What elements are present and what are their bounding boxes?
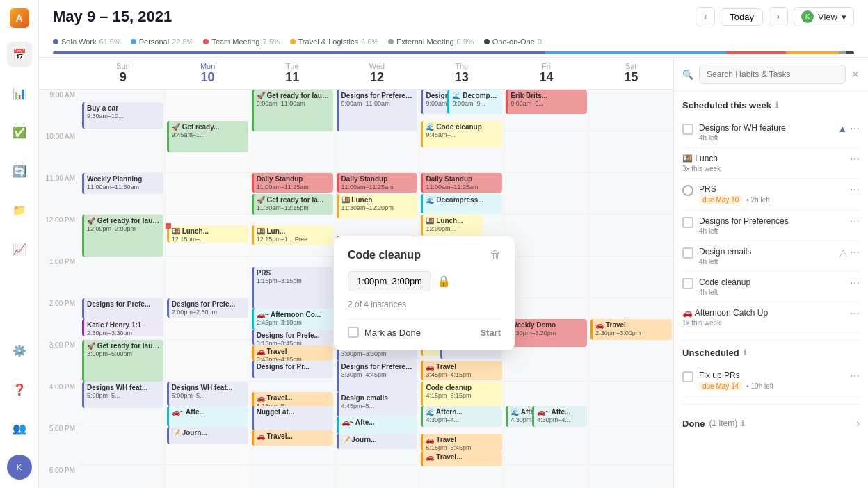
done-info-icon[interactable]: ℹ [741,419,744,428]
event-journal-wed[interactable]: 📝 Journ... [337,434,418,449]
search-clear-icon[interactable]: ✕ [851,69,860,80]
task-checkbox-prs[interactable] [682,185,693,196]
event-designs-pref-tue2[interactable]: Designs for Prefe... 3:15pm–3:45pm [252,330,333,345]
event-get-ready-launch-sun2[interactable]: 🚀 Get ready for launch 3:00pm–5:00pm [82,340,163,382]
event-decompress-thu2[interactable]: 🌊 Decompress... [421,194,502,213]
sidebar-item-users[interactable]: 👥 [7,416,32,441]
more-options-icon[interactable]: ⋯ [850,277,860,288]
unscheduled-info-icon[interactable]: ℹ [744,348,746,357]
sidebar-item-calendar[interactable]: 📅 [7,42,32,67]
event-travel-thu[interactable]: 🚗 Travel 3:45pm–4:15pm [421,361,502,380]
event-afte-fri[interactable]: 🚗~ Afte... 4:30pm–4... [532,406,587,427]
event-decompress-wed[interactable]: 🌊 Decompress... [337,319,418,339]
more-options-icon[interactable]: ⋯ [850,154,860,165]
event-code-cleanup-4pm-thu[interactable]: Code cleanup 4:15pm–5:15pm [421,382,502,406]
more-options-icon[interactable]: ⋯ [850,216,860,227]
sidebar-item-folder[interactable]: 📁 [7,197,32,222]
day-col-thu[interactable]: Design e... 9:00am–9... 🌊 Code cleanup 9… [419,90,504,488]
event-lunch-wed[interactable]: 🍱 Lunch 11:30am–12:20pm [337,194,418,218]
sidebar-item-sync[interactable]: 🔄 [7,158,32,184]
event-afte-wed[interactable]: 🚗~ Afte... [337,416,418,434]
task-checkbox-design-emails[interactable] [682,247,693,259]
task-checkbox-code-cleanup[interactable] [682,278,693,289]
task-checkbox-designs-wh[interactable] [682,124,693,135]
event-get-ready-tue2[interactable]: 🚀 Get ready for la... 11:30am–12:15pm [252,194,333,215]
sidebar-item-settings[interactable]: ⚙️ [7,338,32,363]
event-lunch-mon[interactable]: 🍱 Lunch... 12:15pm–... [167,225,248,243]
event-share-wed[interactable]: 🔗 Share 3:00pm–3:30pm [337,340,418,361]
event-nugget-tue[interactable]: Nugget at... [252,406,333,430]
event-buy-a-car[interactable]: Buy a car 9:30am–10... [82,102,163,129]
event-daily-standup-thu[interactable]: Daily Standup 11:00am–11:25am [421,173,502,193]
next-week-button[interactable]: › [769,7,788,26]
search-input[interactable] [699,65,846,84]
event-travel-sat[interactable]: 🚗 Travel 2:30pm–3:00pm [590,319,672,340]
more-options-icon[interactable]: ⋯ [850,247,860,258]
legend-team-meeting: Team Meeting 7.5% [203,38,280,46]
today-button[interactable]: Today [721,8,763,26]
event-design-emails-wed[interactable]: Design emails 4:45pm–5... [337,392,418,416]
event-lunch-thu[interactable]: 🍱 Lunch... 12:00pm... [421,215,483,236]
sidebar-item-help[interactable]: ❓ [7,377,32,402]
event-afternoon-catch-tue[interactable]: 🚗~ Afternoon Co... 2:45pm–3:10pm [252,309,333,330]
event-get-ready-launch-sun[interactable]: 🚀 Get ready for launch 12:00pm–2:00pm [82,215,163,257]
event-designs-wh-sun[interactable]: Designs WH feat... 5:00pm–5... [82,382,163,408]
event-code-cleanup-thu[interactable]: 🌊 Code cleanup 9:45am–... [421,121,502,147]
event-hold-wed[interactable]: hold 1:30pm–2:00pm [337,277,418,298]
event-designs-pref-sun[interactable]: Designs for Prefe... [82,298,163,319]
event-katie-henry[interactable]: Katie / Henry 1:1 2:30pm–3:30pm [82,319,163,336]
event-after-mon[interactable]: 🚗~ Afte... [167,406,248,427]
event-erik-brits-fri[interactable]: Erik Brits... 9:00am–9... [506,90,587,114]
task-name-code-cleanup: Code cleanup [699,277,844,287]
day-col-mon[interactable]: 🚀 Get ready... 9:45am–1... 🍱 Lunch... 12… [166,90,250,488]
event-travel-tue3[interactable]: 🚗 Travel... [252,430,333,446]
event-designs-wh-mon[interactable]: Designs WH feat... 5:00pm–5... [167,382,248,406]
legend-label: Solo Work [61,38,97,46]
more-options-icon[interactable]: ⋯ [850,184,860,195]
more-options-icon[interactable]: ⋯ [850,371,860,382]
event-designs-pref-mon[interactable]: Designs for Prefe... 2:00pm–2:30pm [167,298,248,318]
sidebar-item-avatar[interactable]: K [7,455,32,480]
right-panel: 🔍 ✕ Scheduled this week ℹ Designs for WH… [673,58,868,488]
event-prs-tue[interactable]: PRS 1:15pm–3:15pm [252,267,333,309]
event-weekly-planning[interactable]: Weekly Planning 11:00am–11:50am [82,173,163,194]
legend-label: Team Meeting [211,38,259,46]
view-button[interactable]: K View ▾ [794,7,854,26]
event-travel-thu-last[interactable]: 🚗 Travel... [421,451,502,466]
event-travel-5pm-thu[interactable]: 🚗 Travel 5:15pm–5:45pm [421,434,502,451]
task-checkbox-designs-pref[interactable] [682,217,693,228]
event-design-e-3pm-thu[interactable]: Design e... [440,340,502,359]
event-designs-pref-wed[interactable]: Designs for Preferences 9:00am–11:00am [337,90,418,131]
event-designs-pref-tue3[interactable]: Designs for Pr... [252,361,333,378]
event-get-ready-mon[interactable]: 🚀 Get ready... 9:45am–1... [167,121,248,152]
more-options-icon[interactable]: ⋯ [850,308,860,319]
prev-week-button[interactable]: ‹ [696,7,715,26]
legend-percent: 61.5% [99,38,121,46]
task-checkbox-fix-prs[interactable] [682,371,693,382]
event-weekly-demo-fri[interactable]: Weekly Demo 2:30pm–3:20pm [506,319,587,347]
sidebar-item-analytics[interactable]: 📊 [7,81,32,106]
day-col-wed[interactable]: Designs for Preferences 9:00am–11:00am D… [335,90,420,488]
event-decompress-thu[interactable]: 🌊 Decompress 9:00am–9... [447,90,502,114]
more-options-icon[interactable]: ⋯ [850,123,860,134]
event-josh-davies-wed[interactable]: Josh Davies and K... 2:00pm–2:30pm [337,298,418,319]
event-get-ready-tue[interactable]: 🚀 Get ready for launch 9:00am–11:00am [252,90,333,131]
scheduled-info-icon[interactable]: ℹ [775,101,778,110]
sidebar-item-tasks[interactable]: ✅ [7,120,32,145]
day-col-fri[interactable]: Erik Brits... 9:00am–9... Weekly Demo 2:… [504,90,589,488]
legend-bar-total [53,51,854,54]
event-travel-tue[interactable]: 🚗 Travel 3:45pm–4:15pm [252,345,333,361]
event-designs-pref-wed2[interactable]: Designs for Preferences 3:30pm–4:45pm [337,361,418,392]
event-daily-standup-wed[interactable]: Daily Standup 11:00am–11:25am [337,173,418,193]
event-daily-weekly-wed[interactable]: Daily/Weekly Sum 12:30pm–1:30pm [337,236,418,257]
event-aftern-thu[interactable]: 🌊 Aftern... 4:30pm–4... [421,406,502,427]
event-code-cleanup-1pm-thu[interactable]: Code cleanup... 1:00pm–3:00pm [421,257,502,295]
day-col-sat[interactable]: 🚗 Travel 2:30pm–3:00pm [589,90,673,488]
sidebar-item-trending[interactable]: 📈 [7,236,32,261]
day-col-sun[interactable]: Buy a car 9:30am–10... Weekly Planning 1… [81,90,166,488]
event-journal-mon[interactable]: 📝 Journ... [167,427,248,444]
chevron-right-icon[interactable]: › [856,417,860,430]
day-col-tue[interactable]: 🚀 Get ready for launch 9:00am–11:00am Da… [250,90,335,488]
event-daily-standup-tue[interactable]: Daily Standup 11:00am–11:25am [252,173,333,193]
event-lunch-tue[interactable]: 🍱 Lun... 12:15pm–1... Free [252,225,333,245]
